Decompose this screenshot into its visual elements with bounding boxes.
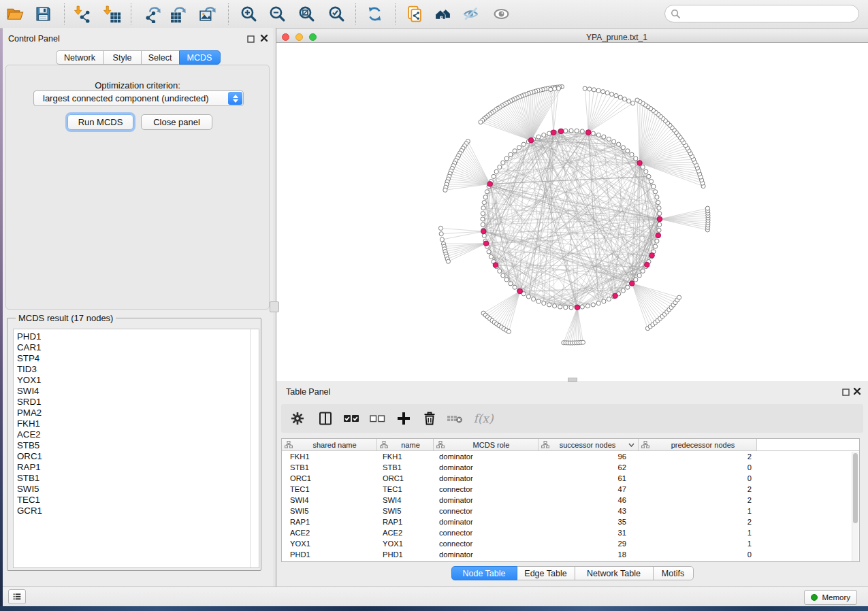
- mcds-result-item[interactable]: STB5: [14, 440, 259, 451]
- mcds-result-item[interactable]: ORC1: [14, 451, 259, 462]
- table-row[interactable]: RAP1RAP1dominator352: [282, 516, 859, 527]
- open-session-icon[interactable]: [3, 2, 27, 25]
- table-row[interactable]: STB1STB1dominator620: [282, 462, 859, 473]
- horizontal-splitter-grip[interactable]: [568, 378, 577, 382]
- mcds-result-item[interactable]: TID3: [14, 364, 259, 375]
- table-row[interactable]: SWI4SWI4dominator462: [282, 495, 859, 506]
- table-scrollbar-track[interactable]: [852, 452, 858, 561]
- run-mcds-button[interactable]: Run MCDS: [67, 114, 133, 130]
- table-cell: 1: [639, 540, 757, 548]
- import-network-icon[interactable]: [71, 2, 95, 25]
- mcds-result-item[interactable]: STP4: [14, 353, 259, 364]
- zoom-out-icon[interactable]: [266, 2, 289, 25]
- add-column-icon[interactable]: [393, 408, 414, 429]
- task-history-list-icon[interactable]: [8, 589, 26, 604]
- maximize-window-icon[interactable]: [309, 33, 317, 41]
- desktop-wallpaper-bottom: [0, 606, 868, 611]
- network-window: YPA_prune.txt_1: [276, 31, 868, 381]
- table-row[interactable]: PHD1PHD1dominator180: [282, 549, 859, 560]
- float-panel-icon[interactable]: [246, 34, 255, 44]
- network-canvas[interactable]: [276, 43, 868, 381]
- table-row[interactable]: ORC1ORC1dominator610: [282, 473, 859, 484]
- table-cell: ORC1: [377, 474, 434, 482]
- table-cell: 29: [539, 540, 639, 548]
- mcds-result-item[interactable]: STB1: [14, 473, 259, 484]
- table-row[interactable]: TEC1TEC1connector472: [282, 484, 859, 495]
- mcds-result-item[interactable]: GCR1: [14, 506, 259, 516]
- delete-column-trash-icon[interactable]: [419, 408, 440, 429]
- minimize-window-icon[interactable]: [295, 33, 303, 41]
- table-cell: PHD1: [282, 550, 377, 559]
- float-table-panel-icon[interactable]: [841, 387, 850, 397]
- table-cell: TEC1: [282, 485, 377, 493]
- zoom-selected-icon[interactable]: [325, 2, 348, 25]
- home-icon[interactable]: [431, 2, 454, 25]
- search-field[interactable]: [664, 5, 859, 22]
- tab-style[interactable]: Style: [103, 50, 142, 65]
- table-row[interactable]: YOX1YOX1connector291: [282, 538, 859, 549]
- tab-motifs[interactable]: Motifs: [653, 566, 694, 580]
- mcds-result-item[interactable]: YOX1: [14, 375, 259, 386]
- mcds-result-item[interactable]: FKH1: [14, 418, 259, 429]
- export-image-icon[interactable]: [196, 2, 219, 25]
- table-cell: RAP1: [377, 518, 434, 526]
- deselect-all-icon[interactable]: [367, 408, 387, 429]
- zoom-fit-icon[interactable]: [295, 2, 318, 25]
- table-row[interactable]: ACE2ACE2connector311: [282, 527, 859, 538]
- list-scrollbar-track[interactable]: [250, 329, 259, 567]
- table-cell: dominator: [434, 474, 539, 482]
- vertical-splitter-grip[interactable]: [270, 301, 279, 312]
- delete-table-icon: [445, 408, 465, 429]
- column-header-shared-name[interactable]: shared name: [282, 439, 377, 450]
- select-all-icon[interactable]: [341, 408, 361, 429]
- show-eye-icon[interactable]: [489, 2, 513, 25]
- mcds-result-item[interactable]: SWI5: [14, 484, 259, 495]
- mcds-result-item[interactable]: CAR1: [14, 342, 259, 353]
- tab-select[interactable]: Select: [141, 50, 180, 65]
- show-columns-icon[interactable]: [315, 408, 336, 429]
- toolbar-separator: [64, 3, 65, 24]
- import-table-icon[interactable]: [101, 2, 124, 25]
- mcds-result-item[interactable]: SWI4: [14, 386, 259, 397]
- export-table-icon[interactable]: [167, 2, 190, 25]
- export-network-icon[interactable]: [142, 2, 165, 25]
- table-scrollbar-thumb[interactable]: [853, 453, 858, 523]
- refresh-icon[interactable]: [363, 2, 386, 25]
- column-header-MCDS-role[interactable]: MCDS role: [434, 439, 539, 450]
- table-cell: 1: [639, 507, 757, 515]
- zoom-in-icon[interactable]: [237, 2, 260, 25]
- clone-network-icon[interactable]: [403, 2, 426, 25]
- mcds-result-item[interactable]: TEC1: [14, 495, 259, 506]
- tab-mcds[interactable]: MCDS: [179, 50, 221, 65]
- search-input[interactable]: [684, 8, 852, 20]
- mcds-result-list[interactable]: PHD1CAR1STP4TID3YOX1SWI4SRD1PMA2FKH1ACE2…: [13, 329, 259, 568]
- tab-node-table[interactable]: Node Table: [451, 566, 517, 580]
- optimization-criterion-select[interactable]: largest connected component (undirected): [33, 90, 244, 106]
- tab-network-table[interactable]: Network Table: [575, 566, 654, 580]
- save-session-icon[interactable]: [31, 2, 54, 25]
- column-header-predecessor-nodes[interactable]: predecessor nodes: [639, 439, 757, 450]
- node-table[interactable]: shared namenameMCDS rolesuccessor nodesp…: [281, 438, 860, 562]
- tab-network[interactable]: Network: [56, 50, 104, 65]
- mcds-result-item[interactable]: ACE2: [14, 429, 259, 440]
- table-row[interactable]: FKH1FKH1dominator962: [282, 451, 859, 462]
- table-settings-gear-icon[interactable]: [287, 408, 308, 429]
- mcds-result-item[interactable]: SRD1: [14, 397, 259, 408]
- hide-eye-icon[interactable]: [459, 2, 482, 25]
- close-window-icon[interactable]: [282, 33, 289, 41]
- column-type-icon: [436, 441, 445, 448]
- tab-edge-table[interactable]: Edge Table: [517, 566, 575, 580]
- close-panel-button[interactable]: Close panel: [141, 114, 212, 130]
- close-panel-icon[interactable]: [259, 33, 269, 43]
- table-cell: SWI4: [377, 496, 434, 504]
- toolbar-separator: [395, 3, 396, 24]
- memory-button[interactable]: Memory: [804, 590, 857, 605]
- column-header-name[interactable]: name: [377, 439, 434, 450]
- close-table-panel-icon[interactable]: [852, 386, 862, 396]
- table-cell: FKH1: [282, 452, 377, 461]
- mcds-result-item[interactable]: RAP1: [14, 462, 259, 473]
- mcds-result-item[interactable]: PMA2: [14, 408, 259, 418]
- column-header-successor-nodes[interactable]: successor nodes: [539, 439, 639, 450]
- mcds-result-item[interactable]: PHD1: [14, 331, 259, 342]
- table-row[interactable]: SWI5SWI5connector431: [282, 506, 859, 516]
